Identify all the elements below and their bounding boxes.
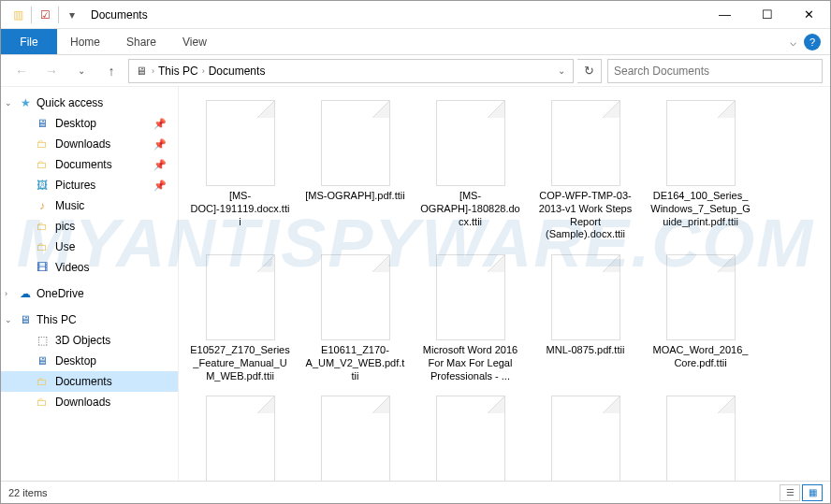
file-icon: [666, 254, 736, 340]
file-name: [MS-OGRAPH].pdf.ttii: [305, 190, 404, 203]
chevron-right-icon[interactable]: ›: [150, 66, 156, 76]
sidebar-item-desktop[interactable]: 🖥Desktop: [1, 351, 178, 371]
file-item[interactable]: [647, 392, 754, 481]
file-item[interactable]: MNL-0875.pdf.ttii: [532, 251, 639, 386]
tab-home[interactable]: Home: [57, 29, 113, 54]
file-item[interactable]: DE164_100_Series_Windows_7_Setup_Guide_p…: [647, 96, 754, 245]
pin-icon: 📌: [153, 118, 170, 130]
sidebar-item-documents[interactable]: 🗀Documents: [1, 371, 178, 392]
nav-up-button[interactable]: ↑: [98, 59, 124, 83]
sidebar-item-desktop[interactable]: 🖥Desktop📌: [1, 113, 178, 134]
sidebar-item-3d-objects[interactable]: ⬚3D Objects: [1, 330, 178, 351]
sidebar-item-pictures[interactable]: 🖼Pictures📌: [1, 175, 178, 195]
file-name: [MS-OGRAPH]-180828.docx.ttii: [420, 190, 520, 228]
separator: [31, 7, 32, 23]
file-item[interactable]: [301, 392, 409, 481]
file-name: Microsoft Word 2016 For Max For Legal Pr…: [420, 344, 520, 382]
quick-access-toolbar: ▥ ☑ ▾ Documents: [1, 6, 148, 24]
sidebar-item-downloads[interactable]: 🗀Downloads: [1, 392, 178, 412]
breadcrumb[interactable]: 🖥 › This PC › Documents ⌄: [128, 59, 574, 83]
file-name: [MS-DOC]-191119.docx.ttii: [190, 190, 290, 228]
file-icon: [321, 254, 390, 340]
folder-icon: 🗀: [35, 374, 50, 389]
sidebar-item-videos[interactable]: 🎞Videos: [1, 257, 178, 278]
nav-forward-button[interactable]: →: [38, 59, 65, 83]
window-title: Documents: [91, 8, 148, 22]
file-name: MNL-0875.pdf.ttii: [547, 344, 625, 357]
nav-back-button[interactable]: ←: [8, 59, 35, 83]
pc-icon: ⬚: [35, 333, 50, 348]
breadcrumb-text: Documents: [209, 65, 266, 78]
sidebar-item-label: Documents: [55, 158, 112, 171]
status-bar: 22 items ☰ ▦: [1, 481, 830, 503]
sidebar-item-use[interactable]: 🗀Use: [1, 237, 178, 257]
chevron-right-icon[interactable]: ›: [200, 66, 207, 76]
folder-icon: 🗀: [35, 239, 50, 254]
qat-dropdown-icon[interactable]: ▾: [63, 6, 81, 24]
pc-icon: 🖥: [18, 312, 33, 327]
search-box[interactable]: [607, 59, 823, 83]
pin-icon: 📌: [153, 138, 170, 151]
chevron-down-icon[interactable]: ⌄: [558, 65, 565, 76]
file-item[interactable]: [186, 392, 294, 481]
minimize-button[interactable]: —: [704, 1, 746, 28]
pin-icon: 📌: [153, 159, 170, 171]
nav-recent-dropdown[interactable]: ⌄: [68, 59, 95, 83]
breadcrumb-segment[interactable]: Documents: [207, 65, 268, 78]
tab-view[interactable]: View: [169, 29, 220, 54]
file-icon: [666, 100, 736, 186]
file-item[interactable]: Microsoft Word 2016 For Max For Legal Pr…: [416, 251, 524, 386]
file-item[interactable]: COP-WFP-TMP-03-2013-v1 Work Steps Report…: [532, 96, 639, 245]
help-icon[interactable]: ?: [804, 34, 821, 50]
details-view-button[interactable]: ☰: [780, 484, 800, 501]
file-item[interactable]: [MS-OGRAPH].pdf.ttii: [301, 96, 409, 245]
body: ⌄ ★ Quick access 🖥Desktop📌🗀Downloads📌🗀Do…: [1, 87, 830, 481]
sidebar-item-label: Videos: [55, 261, 89, 274]
sidebar-label: This PC: [36, 313, 77, 326]
breadcrumb-segment[interactable]: This PC: [156, 65, 200, 78]
file-item[interactable]: [416, 392, 524, 481]
file-list[interactable]: [MS-DOC]-191119.docx.ttii[MS-OGRAPH].pdf…: [179, 87, 830, 481]
file-item[interactable]: E10611_Z170-A_UM_V2_WEB.pdf.ttii: [301, 251, 409, 386]
search-input[interactable]: [614, 65, 816, 78]
expander-icon[interactable]: ⌄: [5, 315, 12, 324]
file-item[interactable]: [MS-DOC]-191119.docx.ttii: [186, 96, 294, 245]
sidebar-head-thispc[interactable]: ⌄ 🖥 This PC: [1, 310, 178, 330]
icons-view-button[interactable]: ▦: [802, 484, 823, 501]
refresh-button[interactable]: ↻: [577, 59, 602, 83]
sidebar-group-thispc: ⌄ 🖥 This PC ⬚3D Objects🖥Desktop🗀Document…: [1, 310, 178, 412]
file-item[interactable]: E10527_Z170_Series_Feature_Manual_UM_WEB…: [186, 251, 294, 386]
sidebar-item-label: pics: [55, 220, 75, 233]
file-icon: [206, 100, 275, 186]
close-button[interactable]: ✕: [788, 1, 830, 28]
file-name: DE164_100_Series_Windows_7_Setup_Guide_p…: [650, 190, 751, 228]
sidebar-item-downloads[interactable]: 🗀Downloads📌: [1, 134, 178, 154]
maximize-button[interactable]: ☐: [746, 1, 788, 28]
file-grid: [MS-DOC]-191119.docx.ttii[MS-OGRAPH].pdf…: [186, 96, 823, 481]
monitor-icon: 🖥: [35, 116, 50, 131]
expander-icon[interactable]: ›: [5, 289, 7, 298]
file-icon: [551, 100, 620, 186]
expander-icon[interactable]: ⌄: [5, 98, 12, 108]
collapse-ribbon-icon[interactable]: ⌵: [790, 36, 796, 49]
properties-icon[interactable]: ☑: [36, 6, 54, 24]
ribbon: File Home Share View ⌵ ?: [1, 29, 830, 55]
file-icon: [206, 396, 275, 481]
sidebar-head-onedrive[interactable]: › ☁ OneDrive: [1, 283, 178, 304]
ribbon-right: ⌵ ?: [790, 29, 830, 54]
file-item[interactable]: [532, 392, 639, 481]
breadcrumb-text: This PC: [158, 65, 198, 78]
file-item[interactable]: MOAC_Word_2016_Core.pdf.ttii: [647, 251, 754, 386]
cloud-icon: ☁: [18, 286, 33, 301]
sidebar-item-music[interactable]: ♪Music: [1, 195, 178, 216]
folder-icon: 🗀: [35, 395, 50, 410]
sidebar-item-documents[interactable]: 🗀Documents📌: [1, 154, 178, 175]
tab-share[interactable]: Share: [113, 29, 169, 54]
pic-icon: 🖼: [35, 178, 50, 193]
file-tab[interactable]: File: [1, 29, 57, 54]
sidebar-head-quick-access[interactable]: ⌄ ★ Quick access: [1, 93, 178, 113]
sidebar-item-label: Downloads: [55, 396, 110, 409]
file-item[interactable]: [MS-OGRAPH]-180828.docx.ttii: [416, 96, 524, 245]
file-icon: [551, 254, 620, 340]
sidebar-item-pics[interactable]: 🗀pics: [1, 216, 178, 237]
